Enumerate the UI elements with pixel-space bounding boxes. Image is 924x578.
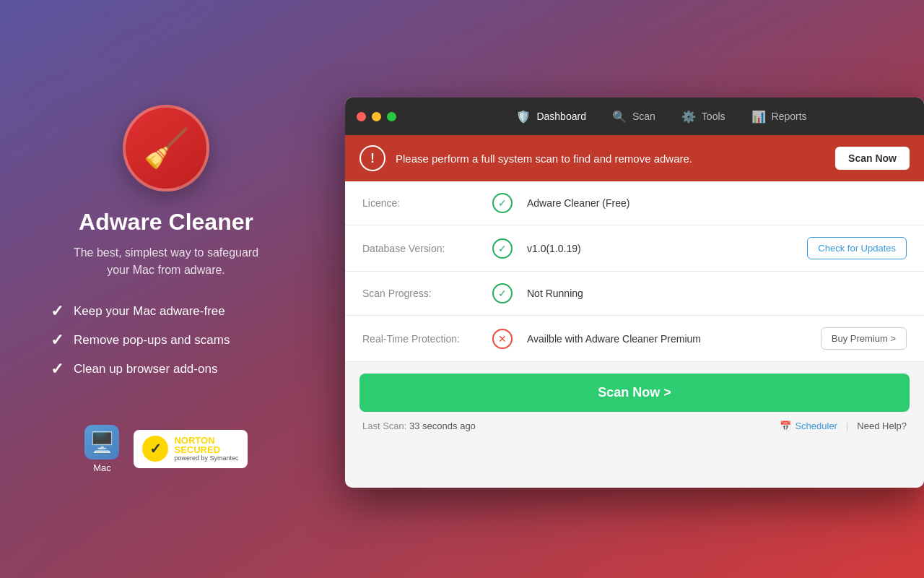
app-subtitle: The best, simplest way to safeguard your… [65, 244, 267, 279]
status-icon-green: ✓ [492, 283, 513, 303]
need-help-link[interactable]: Need Help? [857, 420, 907, 431]
app-icon: 🧹 [123, 105, 209, 191]
scan-progress-value: Not Running [527, 288, 907, 299]
checkmark-icon: ✓ [51, 302, 64, 321]
content-area: Licence: ✓ Adware Cleaner (Free) Databas… [345, 181, 924, 362]
tab-scan-label: Scan [632, 111, 655, 122]
alert-icon: ! [359, 145, 385, 171]
norton-sub: powered by Symantec [174, 454, 238, 462]
tab-reports[interactable]: 📊 Reports [740, 103, 819, 129]
traffic-lights [357, 112, 396, 121]
minimize-button[interactable] [372, 112, 381, 121]
app-icon-emoji: 🧹 [143, 126, 190, 171]
norton-badge: ✓ NORTONSECURED powered by Symantec [134, 430, 247, 468]
bottom-section: Scan Now > Last Scan: 33 seconds ago 📅 S… [345, 362, 924, 434]
dashboard-icon: 🛡️ [516, 109, 531, 124]
checkmark-icon: ✓ [51, 360, 64, 379]
alert-message: Please perform a full system scan to fin… [396, 152, 825, 165]
check-updates-button[interactable]: Check for Updates [807, 237, 907, 259]
tools-icon: ⚙️ [681, 109, 696, 124]
scheduler-link[interactable]: 📅 Scheduler [780, 420, 837, 431]
mac-badge: 🖥️ Mac [84, 425, 119, 473]
tab-scan[interactable]: 🔍 Scan [601, 103, 667, 129]
table-row: Licence: ✓ Adware Cleaner (Free) [345, 181, 924, 225]
footer-links: 📅 Scheduler | Need Help? [780, 420, 907, 431]
feature-text: Remove pop-ups and scams [74, 333, 230, 348]
maximize-button[interactable] [387, 112, 396, 121]
app-title: Adware Cleaner [79, 209, 253, 236]
badges-row: 🖥️ Mac ✓ NORTONSECURED powered by Symant… [84, 425, 247, 473]
norton-check-icon: ✓ [142, 436, 168, 462]
reports-icon: 📊 [751, 109, 766, 124]
licence-label: Licence: [362, 197, 478, 209]
close-button[interactable] [357, 112, 366, 121]
status-icon-green: ✓ [492, 193, 513, 213]
nav-tabs: 🛡️ Dashboard 🔍 Scan ⚙️ Tools 📊 Reports [411, 103, 912, 129]
scan-now-button[interactable]: Scan Now [835, 147, 910, 170]
database-value: v1.0(1.0.19) [527, 243, 793, 254]
alert-banner: ! Please perform a full system scan to f… [345, 135, 924, 181]
footer-bar: Last Scan: 33 seconds ago 📅 Scheduler | … [359, 412, 910, 434]
checkmark-icon: ✓ [51, 331, 64, 350]
buy-premium-button[interactable]: Buy Premium > [821, 327, 907, 350]
tab-tools[interactable]: ⚙️ Tools [670, 103, 737, 129]
calendar-icon: 📅 [780, 420, 791, 431]
table-row: Database Version: ✓ v1.0(1.0.19) Check f… [345, 225, 924, 272]
database-label: Database Version: [362, 243, 478, 254]
mac-label: Mac [93, 462, 111, 473]
tab-tools-label: Tools [702, 111, 725, 122]
separator: | [846, 420, 848, 431]
status-icon-red: ✕ [492, 329, 513, 349]
realtime-value: Availble with Adware Cleaner Premium [527, 333, 806, 345]
tab-dashboard[interactable]: 🛡️ Dashboard [505, 103, 598, 129]
mac-icon: 🖥️ [84, 425, 119, 460]
scan-progress-label: Scan Progress: [362, 288, 478, 299]
table-row: Real-Time Protection: ✕ Availble with Ad… [345, 316, 924, 362]
feature-text: Keep your Mac adware-free [74, 304, 225, 319]
table-row: Scan Progress: ✓ Not Running [345, 272, 924, 316]
licence-value: Adware Cleaner (Free) [527, 197, 907, 209]
feature-text: Clean up browser add-ons [74, 362, 217, 376]
status-icon-green: ✓ [492, 238, 513, 259]
feature-list: ✓ Keep your Mac adware-free ✓ Remove pop… [51, 302, 282, 389]
last-scan-time: 33 seconds ago [409, 420, 476, 431]
last-scan-prefix: Last Scan: [362, 420, 409, 431]
app-window: 🛡️ Dashboard 🔍 Scan ⚙️ Tools 📊 Reports !… [345, 98, 924, 488]
list-item: ✓ Keep your Mac adware-free [51, 302, 282, 321]
scan-now-large-button[interactable]: Scan Now > [359, 374, 910, 412]
norton-title: NORTONSECURED [174, 436, 238, 454]
left-panel: 🧹 Adware Cleaner The best, simplest way … [0, 0, 332, 578]
norton-text: NORTONSECURED powered by Symantec [174, 436, 238, 462]
realtime-label: Real-Time Protection: [362, 333, 478, 345]
scan-icon: 🔍 [612, 109, 627, 124]
scheduler-label: Scheduler [795, 420, 837, 431]
last-scan-text: Last Scan: 33 seconds ago [362, 420, 476, 431]
list-item: ✓ Remove pop-ups and scams [51, 331, 282, 350]
tab-dashboard-label: Dashboard [536, 111, 586, 122]
list-item: ✓ Clean up browser add-ons [51, 360, 282, 379]
title-bar: 🛡️ Dashboard 🔍 Scan ⚙️ Tools 📊 Reports [345, 98, 924, 135]
tab-reports-label: Reports [772, 111, 807, 122]
